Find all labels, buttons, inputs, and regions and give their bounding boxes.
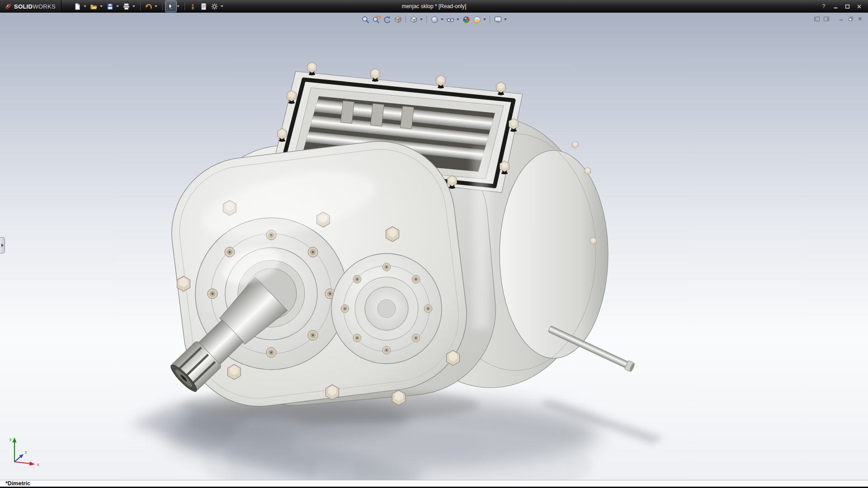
display-style-button[interactable] [429, 14, 439, 24]
select-button[interactable] [165, 1, 176, 12]
display-style-icon [430, 15, 439, 24]
apply-scene-button[interactable] [472, 14, 482, 24]
options-dropdown-caret[interactable] [221, 5, 223, 7]
statusbar: *Dimetric [0, 480, 868, 488]
new-document-button[interactable] [72, 1, 83, 12]
new-document-icon [74, 3, 81, 10]
headsup-separator [406, 16, 406, 23]
open-button[interactable] [89, 1, 99, 12]
open-dropdown-caret[interactable] [100, 5, 103, 7]
toolbar-separator [184, 2, 185, 10]
previous-view-icon [383, 15, 392, 24]
save-button[interactable] [105, 1, 116, 12]
rebuild-icon [189, 3, 197, 10]
save-dropdown-caret[interactable] [116, 5, 119, 7]
minimize-icon[interactable] [830, 2, 841, 11]
standard-toolbar [72, 1, 226, 12]
section-view-icon [394, 15, 402, 24]
undo-button[interactable] [143, 1, 154, 12]
window-controls: ? [818, 2, 868, 11]
apply-scene-caret[interactable] [483, 19, 486, 20]
hide-show-items-button[interactable] [445, 14, 455, 24]
gearbox-model[interactable] [163, 62, 636, 421]
view-orientation-icon [410, 15, 418, 24]
maximize-icon[interactable] [842, 2, 853, 11]
triad-x-label: x [37, 462, 39, 467]
view-settings-button[interactable] [493, 14, 503, 24]
flange-right[interactable] [331, 253, 442, 364]
view-orientation-caret[interactable] [420, 19, 423, 20]
zoom-to-area-icon [372, 15, 381, 24]
display-style-caret[interactable] [441, 19, 443, 20]
save-icon [106, 3, 114, 10]
ds-logo-icon [4, 3, 12, 10]
zoom-to-fit-button[interactable] [360, 14, 370, 24]
brand-name: SOLIDWORKS [14, 3, 56, 10]
headsup-separator [490, 16, 490, 23]
document-title: menjac sklop * [Read-only] [402, 3, 467, 9]
triad-y-label: y [9, 437, 12, 441]
apply-scene-icon [473, 15, 481, 24]
new-dropdown-caret[interactable] [84, 5, 86, 7]
zoom-to-fit-icon [361, 15, 370, 24]
hide-show-items-icon [446, 15, 455, 24]
gearbox-3d-scene[interactable] [0, 13, 868, 480]
rebuild-button[interactable] [188, 1, 198, 12]
previous-view-button[interactable] [382, 14, 392, 24]
pane-left-icon[interactable] [813, 15, 820, 22]
pane-right-icon[interactable] [823, 15, 830, 22]
child-window-buttons [838, 15, 863, 22]
undo-icon [145, 3, 152, 10]
options-button[interactable] [209, 1, 220, 12]
section-view-button[interactable] [393, 14, 403, 24]
headsup-separator [426, 16, 427, 23]
select-cursor-icon [167, 3, 175, 10]
edit-appearance-icon [462, 15, 471, 24]
help-icon[interactable]: ? [818, 2, 829, 11]
restore-icon[interactable] [847, 15, 854, 22]
reference-triad: y x z [6, 435, 44, 469]
minimize-icon[interactable] [838, 15, 844, 22]
graphics-area[interactable]: y x z [0, 13, 868, 480]
close-icon[interactable] [854, 2, 864, 11]
titlebar: SOLIDWORKS [0, 0, 868, 13]
toolbar-separator [140, 2, 141, 10]
view-settings-caret[interactable] [504, 19, 507, 20]
toolbar-separator [162, 2, 163, 10]
feature-manager-splitter-tab[interactable] [0, 237, 5, 253]
close-icon[interactable] [857, 15, 863, 22]
options-icon [211, 3, 218, 10]
file-properties-button[interactable] [198, 1, 209, 12]
view-orientation-label: *Dimetric [5, 480, 30, 487]
expand-panel-arrow-icon [1, 244, 4, 247]
headsup-view-toolbar [360, 14, 508, 24]
app-brand: SOLIDWORKS [0, 0, 61, 13]
print-dropdown-caret[interactable] [132, 5, 135, 7]
select-dropdown-caret[interactable] [177, 5, 179, 7]
triad-z-label: z [25, 450, 27, 455]
open-icon [90, 3, 98, 10]
edit-appearance-button[interactable] [461, 14, 471, 24]
view-orientation-button[interactable] [409, 14, 419, 24]
undo-dropdown-caret[interactable] [155, 5, 157, 7]
hide-show-items-caret[interactable] [457, 19, 459, 20]
view-settings-icon [494, 15, 502, 24]
document-window-controls [813, 15, 863, 22]
print-icon [123, 3, 130, 10]
print-button[interactable] [121, 1, 132, 12]
zoom-to-area-button[interactable] [371, 14, 381, 24]
file-properties-icon [200, 3, 208, 10]
